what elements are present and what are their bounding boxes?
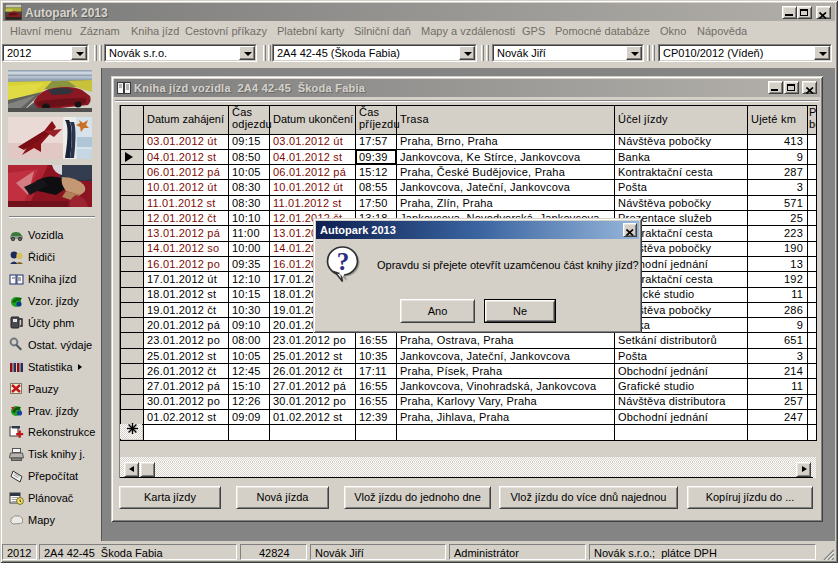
svg-text:?: ?: [337, 248, 350, 275]
